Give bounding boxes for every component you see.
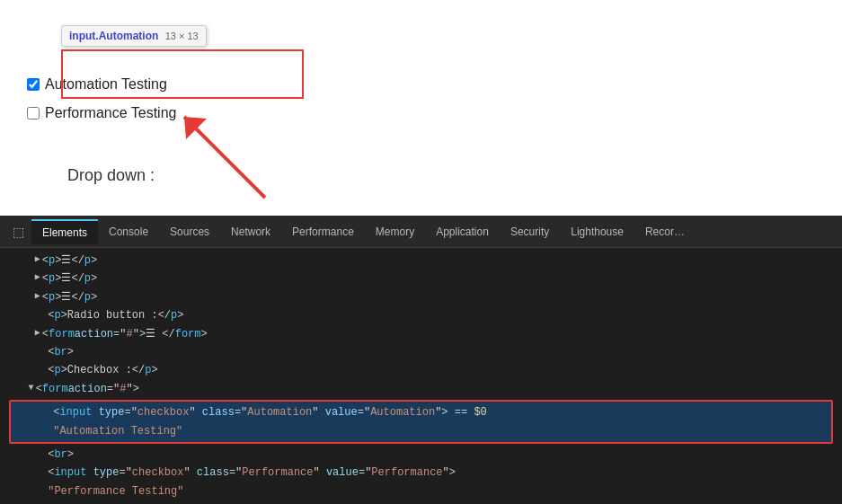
expand-arrow-2[interactable]: ▶ — [35, 270, 40, 285]
tooltip-element-name: input.Automation — [69, 30, 158, 42]
expand-arrow-8[interactable]: ▼ — [29, 380, 34, 395]
code-line-perf-input: <input type="checkbox" class="Performanc… — [9, 464, 833, 482]
code-line-4: <p>Radio button :</p> — [9, 306, 833, 324]
expand-arrow-3[interactable]: ▶ — [35, 288, 40, 304]
tooltip-dimensions: 13 × 13 — [165, 31, 199, 41]
automation-checkbox[interactable] — [27, 78, 40, 91]
highlighted-input-block: <input type="checkbox" class="Automation… — [9, 400, 833, 444]
performance-checkbox[interactable] — [27, 107, 40, 119]
devtools-tabs-bar: ⬚ Elements Console Sources Network Perfo… — [0, 216, 842, 248]
tab-performance[interactable]: Performance — [281, 220, 365, 243]
code-line-8: ▼ <form action="#"> — [9, 380, 833, 398]
tab-memory[interactable]: Memory — [365, 220, 425, 243]
code-line-3: ▶ <p>☰</p> — [9, 288, 833, 306]
svg-line-0 — [184, 117, 265, 198]
tab-security[interactable]: Security — [500, 220, 560, 243]
tab-recorder[interactable]: Recor… — [634, 220, 696, 243]
element-tooltip: input.Automation 13 × 13 — [61, 25, 207, 47]
automation-text-node: "Automation Testing" — [14, 422, 828, 440]
code-line-2: ▶ <p>☰</p> — [9, 270, 833, 287]
devtools-code-area: ▶ <p>☰</p> ▶ <p>☰</p> ▶ <p>☰</p> <p>Radi… — [0, 248, 842, 504]
element-highlight-box — [61, 49, 304, 99]
code-line-5: ▶ <form action="#">☰ </form> — [9, 325, 833, 343]
tab-application[interactable]: Application — [425, 220, 500, 243]
devtools-icon-panel[interactable]: ⬚ — [4, 216, 31, 248]
tab-elements[interactable]: Elements — [31, 219, 98, 244]
code-line-form-close: </form> — [9, 500, 833, 504]
tab-sources[interactable]: Sources — [159, 220, 220, 243]
page-preview: input.Automation 13 × 13 Automation Test… — [0, 0, 842, 216]
code-line-6: <br> — [9, 343, 833, 361]
code-line-7: <p>Checkbox :</p> — [9, 361, 833, 379]
code-line-br: <br> — [9, 446, 833, 464]
tab-console[interactable]: Console — [98, 220, 159, 243]
tab-lighthouse[interactable]: Lighthouse — [560, 220, 634, 243]
performance-checkbox-item: Performance Testing — [27, 105, 815, 121]
devtools-panel: ⬚ Elements Console Sources Network Perfo… — [0, 216, 842, 504]
performance-checkbox-label: Performance Testing — [45, 105, 176, 121]
tab-network[interactable]: Network — [220, 220, 281, 243]
dropdown-label: Drop down : — [67, 166, 155, 185]
performance-text-node: "Performance Testing" — [9, 482, 833, 500]
expand-arrow-1[interactable]: ▶ — [35, 252, 40, 267]
highlighted-input-line[interactable]: <input type="checkbox" class="Automation… — [14, 403, 828, 421]
code-line-1: ▶ <p>☰</p> — [9, 252, 833, 270]
expand-arrow-5[interactable]: ▶ — [35, 325, 40, 340]
